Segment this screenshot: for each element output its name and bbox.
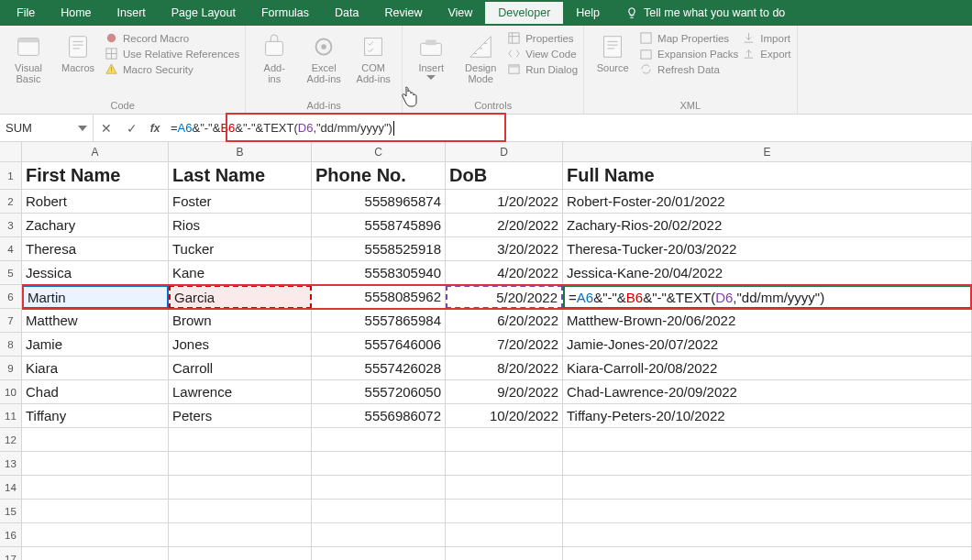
import-xml-button[interactable]: Import bbox=[742, 31, 790, 45]
tab-formulas[interactable]: Formulas bbox=[249, 2, 322, 24]
insert-control-button[interactable]: Insert bbox=[408, 29, 454, 83]
cell[interactable]: 8/20/2022 bbox=[446, 357, 563, 380]
row-header[interactable]: 5 bbox=[0, 261, 22, 285]
cell[interactable] bbox=[563, 500, 972, 523]
cell[interactable]: Zachary-Rios-20/02/2022 bbox=[563, 214, 972, 237]
cell[interactable]: Tiffany bbox=[22, 404, 169, 428]
cell[interactable]: Zachary bbox=[22, 214, 169, 237]
addins-button[interactable]: Add- ins bbox=[251, 29, 297, 88]
cell[interactable]: Tucker bbox=[169, 237, 312, 261]
cell[interactable]: Phone No. bbox=[312, 162, 446, 190]
col-header-C[interactable]: C bbox=[312, 142, 446, 161]
cell[interactable] bbox=[169, 476, 312, 500]
excel-addins-button[interactable]: Excel Add-ins bbox=[301, 29, 347, 88]
row-header[interactable]: 12 bbox=[0, 428, 22, 452]
cell[interactable] bbox=[446, 476, 563, 500]
design-mode-button[interactable]: Design Mode bbox=[458, 29, 503, 88]
cell[interactable]: 5558965874 bbox=[312, 190, 446, 214]
cell[interactable]: Lawrence bbox=[169, 380, 312, 404]
col-header-B[interactable]: B bbox=[169, 142, 312, 161]
cell[interactable]: 5557206050 bbox=[312, 380, 446, 404]
cell[interactable] bbox=[312, 452, 446, 476]
tab-home[interactable]: Home bbox=[48, 2, 104, 24]
select-all-corner[interactable] bbox=[0, 142, 22, 161]
map-properties-button[interactable]: Map Properties bbox=[639, 31, 738, 45]
cell[interactable]: Jamie bbox=[22, 333, 169, 357]
cell[interactable]: 5556986072 bbox=[312, 404, 446, 428]
cell[interactable]: Matthew bbox=[22, 309, 169, 333]
cell[interactable]: Chad bbox=[22, 380, 169, 404]
cell[interactable]: Kane bbox=[169, 261, 312, 285]
cell[interactable]: Full Name bbox=[563, 162, 972, 190]
tab-help[interactable]: Help bbox=[563, 2, 613, 24]
cell[interactable] bbox=[446, 500, 563, 523]
cell[interactable]: 7/20/2022 bbox=[446, 333, 563, 357]
tab-data[interactable]: Data bbox=[322, 2, 371, 24]
properties-button[interactable]: Properties bbox=[507, 31, 578, 45]
cell[interactable]: 5557426028 bbox=[312, 357, 446, 380]
cell[interactable]: =A6&"-"&B6&"-"&TEXT(D6,"dd/mm/yyyy") bbox=[563, 285, 972, 309]
cell[interactable] bbox=[169, 452, 312, 476]
row-header[interactable]: 8 bbox=[0, 333, 22, 357]
cell[interactable]: Carroll bbox=[169, 357, 312, 380]
cell[interactable] bbox=[22, 547, 169, 560]
view-code-button[interactable]: View Code bbox=[507, 47, 578, 60]
row-header[interactable]: 6 bbox=[0, 285, 22, 309]
cell[interactable]: Foster bbox=[169, 190, 312, 214]
cell[interactable]: 5558085962 bbox=[312, 285, 446, 309]
cell[interactable]: DoB bbox=[446, 162, 563, 190]
cell[interactable]: 5558525918 bbox=[312, 237, 446, 261]
row-header[interactable]: 4 bbox=[0, 237, 22, 261]
visual-basic-button[interactable]: Visual Basic bbox=[6, 29, 51, 88]
row-header[interactable]: 15 bbox=[0, 500, 22, 523]
cell[interactable]: 5/20/2022 bbox=[446, 285, 563, 309]
row-header[interactable]: 2 bbox=[0, 190, 22, 214]
row-header[interactable]: 3 bbox=[0, 214, 22, 237]
row-header[interactable]: 13 bbox=[0, 452, 22, 476]
cell[interactable] bbox=[312, 500, 446, 523]
cell[interactable] bbox=[563, 452, 972, 476]
cell[interactable] bbox=[22, 428, 169, 452]
refresh-data-button[interactable]: Refresh Data bbox=[639, 62, 738, 76]
cell[interactable]: Peters bbox=[169, 404, 312, 428]
cell[interactable] bbox=[446, 428, 563, 452]
cell[interactable]: Jessica bbox=[22, 261, 169, 285]
cell[interactable] bbox=[22, 523, 169, 547]
run-dialog-button[interactable]: Run Dialog bbox=[507, 62, 578, 76]
cell[interactable]: First Name bbox=[22, 162, 169, 190]
cell[interactable]: Theresa-Tucker-20/03/2022 bbox=[563, 237, 972, 261]
cell[interactable] bbox=[22, 476, 169, 500]
cell[interactable] bbox=[169, 500, 312, 523]
row-header[interactable]: 7 bbox=[0, 309, 22, 333]
expansion-packs-button[interactable]: Expansion Packs bbox=[639, 47, 738, 60]
cell[interactable]: Jones bbox=[169, 333, 312, 357]
tab-developer[interactable]: Developer bbox=[485, 2, 563, 24]
xml-source-button[interactable]: Source bbox=[590, 29, 635, 77]
cell[interactable]: Last Name bbox=[169, 162, 312, 190]
cell[interactable]: 1/20/2022 bbox=[446, 190, 563, 214]
tab-review[interactable]: Review bbox=[371, 2, 435, 24]
col-header-E[interactable]: E bbox=[563, 142, 972, 161]
col-header-D[interactable]: D bbox=[446, 142, 563, 161]
cell[interactable] bbox=[169, 547, 312, 560]
cell[interactable]: Tiffany-Peters-20/10/2022 bbox=[563, 404, 972, 428]
cell[interactable]: Martin bbox=[22, 285, 169, 309]
cell[interactable]: Brown bbox=[169, 309, 312, 333]
cell[interactable] bbox=[22, 500, 169, 523]
cell[interactable]: Kiara-Carroll-20/08/2022 bbox=[563, 357, 972, 380]
cell[interactable]: Robert-Foster-20/01/2022 bbox=[563, 190, 972, 214]
cell[interactable] bbox=[563, 476, 972, 500]
row-header[interactable]: 14 bbox=[0, 476, 22, 500]
cell[interactable] bbox=[312, 428, 446, 452]
row-header[interactable]: 16 bbox=[0, 523, 22, 547]
row-header[interactable]: 10 bbox=[0, 380, 22, 404]
export-xml-button[interactable]: Export bbox=[742, 47, 790, 60]
cell[interactable]: Rios bbox=[169, 214, 312, 237]
cell[interactable]: 5557646006 bbox=[312, 333, 446, 357]
formula-input[interactable]: =A6&"-"&B6&"-"&TEXT(D6,"dd/mm/yyyy") bbox=[165, 115, 972, 141]
cell[interactable]: Kiara bbox=[22, 357, 169, 380]
tab-file[interactable]: File bbox=[4, 2, 48, 24]
cell[interactable]: Robert bbox=[22, 190, 169, 214]
cell[interactable]: 2/20/2022 bbox=[446, 214, 563, 237]
cell[interactable]: 5557865984 bbox=[312, 309, 446, 333]
